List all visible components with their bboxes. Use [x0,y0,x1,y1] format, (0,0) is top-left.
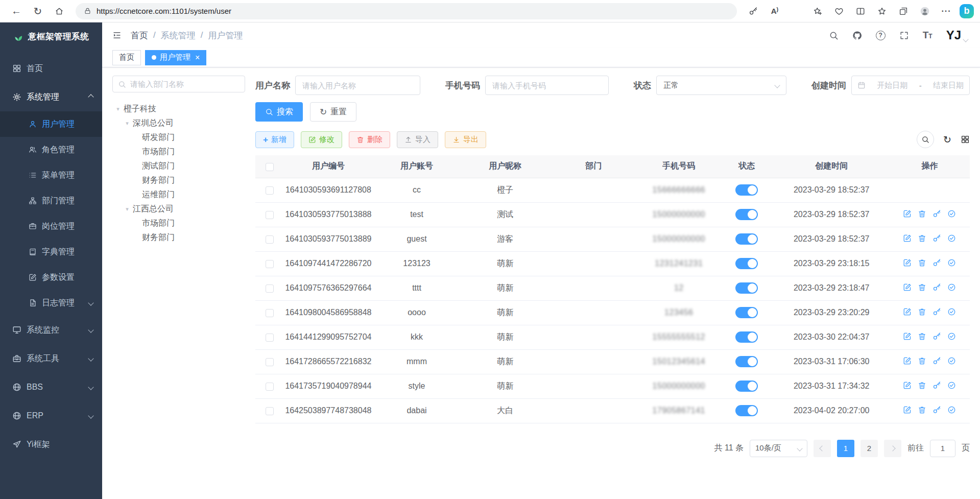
dept-search-input[interactable] [130,80,240,88]
row-checkbox[interactable] [266,284,274,293]
date-range-picker[interactable]: 开始日期 - 结束日期 [851,76,970,95]
phone-input[interactable] [485,76,609,95]
font-size-icon[interactable]: TT [923,30,933,41]
delete-icon[interactable] [918,357,926,365]
row-checkbox[interactable] [266,309,274,317]
delete-icon[interactable] [918,332,926,341]
github-icon[interactable] [852,31,862,40]
tree-node[interactable]: ▾深圳总公司 [112,116,245,130]
edit-icon[interactable] [903,283,912,292]
breadcrumb-item[interactable]: 首页 [131,30,148,41]
delete-icon[interactable] [918,381,926,390]
search-toggle-icon[interactable] [917,131,934,148]
home-button[interactable] [49,2,69,20]
delete-icon[interactable] [918,209,926,218]
refresh-icon[interactable]: ↻ [943,134,951,146]
prev-page-button[interactable] [814,440,831,457]
sidebar-item-post-management[interactable]: 岗位管理 [0,213,102,239]
refresh-button[interactable]: ↻ [28,2,48,20]
status-toggle[interactable] [735,307,758,318]
delete-button[interactable]: 删除 [349,131,390,148]
sidebar-toggle-icon[interactable] [112,31,122,40]
edit-icon[interactable] [903,381,912,390]
export-button[interactable]: 导出 [445,131,486,148]
status-toggle[interactable] [735,356,758,367]
edit-icon[interactable] [903,258,912,267]
delete-icon[interactable] [918,406,926,414]
page-button-2[interactable]: 2 [861,440,878,457]
user-avatar[interactable]: YJ [946,29,968,41]
reset-password-icon[interactable] [933,307,941,316]
select-all-checkbox[interactable] [266,163,274,171]
row-checkbox[interactable] [266,186,274,195]
reset-password-icon[interactable] [933,234,941,243]
browser-essentials-icon[interactable] [829,2,849,20]
fullscreen-icon[interactable] [899,31,909,40]
sidebar-item-role-management[interactable]: 角色管理 [0,137,102,162]
status-toggle[interactable] [735,331,758,343]
status-toggle[interactable] [735,233,758,245]
reset-password-icon[interactable] [933,357,941,365]
assign-role-icon[interactable] [947,209,956,218]
search-icon[interactable] [829,31,839,40]
username-input[interactable] [295,76,420,95]
sidebar-item-user-management[interactable]: 用户管理 [0,111,102,137]
reset-password-icon[interactable] [933,381,941,390]
url-text[interactable]: https://ccnetcore.com:1101/system/user [97,7,231,15]
sidebar-item-home[interactable]: 首页 [0,54,102,83]
assign-role-icon[interactable] [947,381,956,390]
sidebar-item-menu-management[interactable]: 菜单管理 [0,162,102,188]
delete-icon[interactable] [918,307,926,316]
row-checkbox[interactable] [266,383,274,391]
bing-chat-icon[interactable]: b [960,4,974,18]
sidebar-item-log-management[interactable]: 日志管理 [0,290,102,316]
tree-node[interactable]: 财务部门 [112,173,245,187]
row-checkbox[interactable] [266,235,274,244]
status-toggle[interactable] [735,209,758,220]
password-key-icon[interactable] [743,2,763,20]
tree-caret-icon[interactable]: ▾ [112,106,124,112]
reset-password-icon[interactable] [933,209,941,218]
status-toggle[interactable] [735,184,758,196]
modify-button[interactable]: 修改 [301,131,342,148]
assign-role-icon[interactable] [947,357,956,365]
edit-icon[interactable] [903,332,912,341]
edit-icon[interactable] [903,307,912,316]
sidebar-item-erp[interactable]: ERP [0,401,102,430]
more-options-icon[interactable]: ··· [936,2,957,20]
delete-icon[interactable] [918,258,926,267]
row-checkbox[interactable] [266,260,274,268]
tree-node[interactable]: 财务部门 [112,230,245,245]
tree-node[interactable]: ▾橙子科技 [112,102,245,116]
zoom-out-icon[interactable] [786,2,806,20]
page-button-1[interactable]: 1 [837,440,854,457]
read-aloud-icon[interactable]: A) [764,2,785,20]
page-size-select[interactable]: 10条/页 [750,440,807,457]
add-button[interactable]: + 新增 [255,131,294,148]
tree-caret-icon[interactable]: ▾ [122,206,133,212]
row-checkbox[interactable] [266,358,274,366]
sidebar-item-param-settings[interactable]: 参数设置 [0,265,102,290]
sidebar-item-yi-framework[interactable]: Yi框架 [0,430,102,459]
favorites-icon[interactable] [872,2,892,20]
edit-icon[interactable] [903,234,912,243]
grid-icon[interactable] [961,135,970,144]
assign-role-icon[interactable] [947,332,956,341]
status-select[interactable]: 正常 [656,76,786,95]
sidebar-item-dept-management[interactable]: 部门管理 [0,188,102,213]
tab-home[interactable]: 首页 [112,50,141,65]
tree-node[interactable]: ▾江西总公司 [112,202,245,216]
assign-role-icon[interactable] [947,258,956,267]
status-toggle[interactable] [735,405,758,416]
tree-node[interactable]: 研发部门 [112,130,245,145]
sidebar-item-bbs[interactable]: BBS [0,373,102,401]
tab-user-management[interactable]: 用户管理 × [145,50,206,65]
question-icon[interactable]: ? [876,31,886,40]
row-checkbox[interactable] [266,407,274,415]
tree-node[interactable]: 测试部门 [112,159,245,173]
delete-icon[interactable] [918,283,926,292]
reset-password-icon[interactable] [933,332,941,341]
reset-password-icon[interactable] [933,406,941,414]
goto-page-input[interactable] [930,440,955,457]
collections-icon[interactable] [893,2,914,20]
